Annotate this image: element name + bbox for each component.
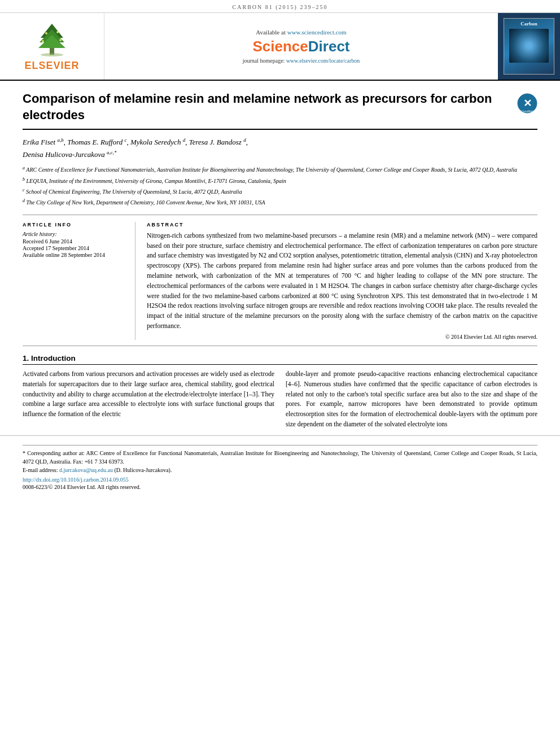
elsevier-logo-area: ELSEVIER bbox=[0, 13, 104, 80]
author-denisa: Denisa Hulicova-Jurcakova a,c,* bbox=[23, 150, 116, 159]
accepted-date: Accepted 17 September 2014 bbox=[23, 245, 128, 251]
article-title: Comparison of melamine resin and melamin… bbox=[23, 91, 511, 123]
article-info-abstract-columns: ARTICLE INFO Article history: Received 6… bbox=[23, 222, 537, 346]
section1-title: Introduction bbox=[31, 354, 76, 362]
journal-homepage-text: journal homepage: www.elsevier.com/locat… bbox=[243, 58, 360, 64]
corresponding-author-note: * Corresponding author at: ARC Centre of… bbox=[23, 449, 537, 466]
email-name: (D. Hulicova-Jurcakova). bbox=[115, 467, 172, 473]
affiliations-section: a ARC Centre of Excellence for Functiona… bbox=[23, 165, 537, 215]
carbon-cover-box: Carbon bbox=[504, 18, 554, 75]
svg-point-5 bbox=[45, 32, 47, 34]
intro-left-column: Activated carbons from various precursor… bbox=[23, 369, 274, 430]
carbon-cover-image bbox=[509, 29, 549, 63]
received-date: Received 6 June 2014 bbox=[23, 238, 128, 244]
journal-homepage-link[interactable]: www.elsevier.com/locate/carbon bbox=[286, 58, 360, 64]
footer-divider bbox=[23, 445, 537, 445]
abstract-title: ABSTRACT bbox=[147, 222, 537, 228]
affiliation-b: b LEQUIA, Institute of the Environment, … bbox=[23, 176, 537, 186]
crossmark-icon: ✕ CrossMark bbox=[517, 93, 537, 113]
abstract-text: Nitrogen-rich carbons synthesized from t… bbox=[147, 231, 537, 331]
elsevier-brand: ELSEVIER bbox=[24, 60, 79, 72]
top-banner: ELSEVIER Available at www.sciencedirect.… bbox=[0, 13, 560, 81]
email-line: E-mail address: d.jurcakova@uq.edu.au (D… bbox=[23, 466, 537, 474]
intro-body-columns: Activated carbons from various precursor… bbox=[23, 369, 537, 430]
introduction-section: 1. Introduction Activated carbons from v… bbox=[23, 354, 537, 430]
svg-point-8 bbox=[59, 39, 62, 41]
sciencedirect-url[interactable]: www.sciencedirect.com bbox=[287, 29, 347, 36]
journal-reference: CARBON 81 (2015) 239–250 bbox=[233, 4, 328, 10]
svg-point-1 bbox=[41, 53, 63, 56]
elsevier-tree-icon bbox=[29, 21, 75, 58]
header-bar: CARBON 81 (2015) 239–250 bbox=[0, 0, 560, 13]
affiliation-c: c School of Chemical Engineering, The Un… bbox=[23, 187, 537, 196]
copyright-notice: © 2014 Elsevier Ltd. All rights reserved… bbox=[147, 334, 537, 340]
available-online-date: Available online 28 September 2014 bbox=[23, 252, 128, 258]
affiliation-a: a ARC Centre of Excellence for Functiona… bbox=[23, 165, 537, 174]
svg-point-7 bbox=[42, 40, 44, 42]
doi-line: http://dx.doi.org/10.1016/j.carbon.2014.… bbox=[23, 477, 537, 483]
center-banner: Available at www.sciencedirect.com Scien… bbox=[104, 13, 498, 80]
corresponding-text: ARC Centre of Excellence for Functional … bbox=[23, 450, 537, 465]
article-info-title: ARTICLE INFO bbox=[23, 222, 128, 228]
footer-area: * Corresponding author at: ARC Centre of… bbox=[0, 435, 560, 495]
svg-point-6 bbox=[56, 31, 59, 33]
license-line: 0008-6223/© 2014 Elsevier Ltd. All right… bbox=[23, 484, 537, 490]
article-history-label: Article history: bbox=[23, 231, 128, 237]
affiliation-d: d The City College of New York, Departme… bbox=[23, 198, 537, 207]
author-erika: Erika Fiset a,b, bbox=[23, 138, 65, 146]
email-label: E-mail address: bbox=[23, 467, 58, 473]
article-title-section: Comparison of melamine resin and melamin… bbox=[23, 91, 537, 130]
sciencedirect-logo: ScienceDirect bbox=[253, 38, 350, 55]
author-thomas: Thomas E. Rufford c, bbox=[67, 138, 129, 146]
article-info-column: ARTICLE INFO Article history: Received 6… bbox=[23, 222, 135, 340]
author-mykola: Mykola Seredych d, bbox=[130, 138, 187, 146]
direct-text: Direct bbox=[308, 38, 350, 55]
section1-heading: 1. Introduction bbox=[23, 354, 537, 365]
svg-text:CrossMark: CrossMark bbox=[520, 110, 535, 113]
email-link[interactable]: d.jurcakova@uq.edu.au bbox=[59, 467, 113, 473]
abstract-column: ABSTRACT Nitrogen-rich carbons synthesiz… bbox=[147, 222, 537, 340]
carbon-cover-title: Carbon bbox=[520, 21, 537, 27]
svg-text:✕: ✕ bbox=[523, 98, 532, 109]
carbon-cover-area: Carbon bbox=[498, 13, 560, 80]
doi-link[interactable]: http://dx.doi.org/10.1016/j.carbon.2014.… bbox=[23, 477, 129, 483]
author-teresa: Teresa J. Bandosz d, bbox=[189, 138, 248, 146]
authors-section: Erika Fiset a,b, Thomas E. Rufford c, My… bbox=[23, 136, 537, 160]
corresponding-label: * Corresponding author at: bbox=[23, 450, 85, 456]
intro-right-column: double-layer and promote pseudo-capaciti… bbox=[286, 369, 537, 430]
article-content: Comparison of melamine resin and melamin… bbox=[0, 81, 560, 430]
science-text: Science bbox=[253, 38, 308, 55]
page: CARBON 81 (2015) 239–250 ELSEVIER bbox=[0, 0, 560, 747]
section1-number: 1. bbox=[23, 354, 29, 362]
available-at-text: Available at www.sciencedirect.com bbox=[256, 29, 346, 36]
